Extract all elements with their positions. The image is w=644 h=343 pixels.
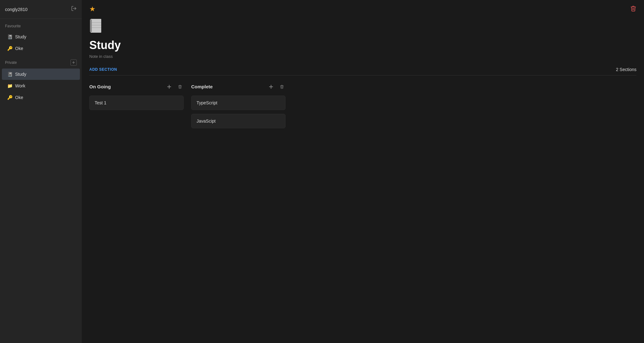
main-content: ★ Study Note in class ADD S <box>82 0 644 343</box>
sidebar-item-label-priv-oke: Oke <box>15 95 23 100</box>
add-card-button-ongoing[interactable] <box>165 83 173 91</box>
favourite-list: 📓 Study 🔑 Oke <box>0 31 82 54</box>
section-column-ongoing: On Going Test 1 <box>89 83 184 128</box>
private-list: 📓 Study 📁 Work 🔑 Oke <box>0 68 82 103</box>
topbar: ★ <box>82 0 644 18</box>
sidebar-item-label-fav-study: Study <box>15 34 26 39</box>
section-header-ongoing: On Going <box>89 83 184 91</box>
section-title-ongoing: On Going <box>89 84 162 89</box>
sidebar-item-label-priv-study: Study <box>15 72 26 77</box>
sidebar-item-fav-oke[interactable]: 🔑 Oke <box>2 43 80 54</box>
sections-bar: ADD SECTION 2 Sections <box>82 64 644 75</box>
add-private-button[interactable]: + <box>70 59 77 66</box>
sections-count: 2 Sections <box>616 67 636 72</box>
private-section-row: Private + <box>0 54 82 68</box>
logout-icon[interactable] <box>71 6 77 13</box>
sidebar-username: congly2810 <box>5 7 28 12</box>
delete-notebook-icon[interactable] <box>630 5 636 13</box>
section-title-complete: Complete <box>191 84 264 89</box>
sidebar-item-icon-priv-oke: 🔑 <box>7 95 13 100</box>
add-card-button-complete[interactable] <box>267 83 275 91</box>
favourite-section-label: Favourite <box>0 19 82 31</box>
notebook-subtitle: Note in class <box>89 54 636 59</box>
svg-rect-6 <box>90 19 92 32</box>
sidebar-header: congly2810 <box>0 0 82 19</box>
private-section-label: Private <box>5 60 17 65</box>
add-section-button[interactable]: ADD SECTION <box>89 67 117 72</box>
delete-section-button-ongoing[interactable] <box>176 83 184 91</box>
notebook-header: Study Note in class <box>82 18 644 64</box>
sidebar-item-icon-priv-work: 📁 <box>7 83 13 88</box>
sidebar: congly2810 Favourite 📓 Study 🔑 Oke Priva… <box>0 0 82 343</box>
sidebar-item-label-fav-oke: Oke <box>15 46 23 51</box>
sidebar-item-icon-fav-oke: 🔑 <box>7 46 13 51</box>
section-card-card-js[interactable]: JavaScipt <box>191 114 286 128</box>
section-card-card-ts[interactable]: TypeScript <box>191 96 286 110</box>
sidebar-item-priv-oke[interactable]: 🔑 Oke <box>2 92 80 103</box>
section-header-complete: Complete <box>191 83 286 91</box>
sections-content: On Going Test 1 Complete <box>82 75 644 136</box>
section-column-complete: Complete TypeScriptJavaScipt <box>191 83 286 128</box>
sidebar-item-label-priv-work: Work <box>15 83 25 88</box>
notebook-title: Study <box>89 39 636 52</box>
favourite-star-icon[interactable]: ★ <box>89 5 96 13</box>
sidebar-item-priv-study[interactable]: 📓 Study <box>2 69 80 80</box>
sidebar-item-fav-study[interactable]: 📓 Study <box>2 31 80 42</box>
notebook-icon <box>89 18 636 36</box>
sidebar-item-icon-fav-study: 📓 <box>7 34 13 39</box>
sidebar-item-priv-work[interactable]: 📁 Work <box>2 80 80 91</box>
svg-rect-2 <box>91 19 101 33</box>
delete-section-button-complete[interactable] <box>278 83 286 91</box>
section-card-card-test1[interactable]: Test 1 <box>89 96 184 110</box>
sidebar-item-icon-priv-study: 📓 <box>7 72 13 77</box>
